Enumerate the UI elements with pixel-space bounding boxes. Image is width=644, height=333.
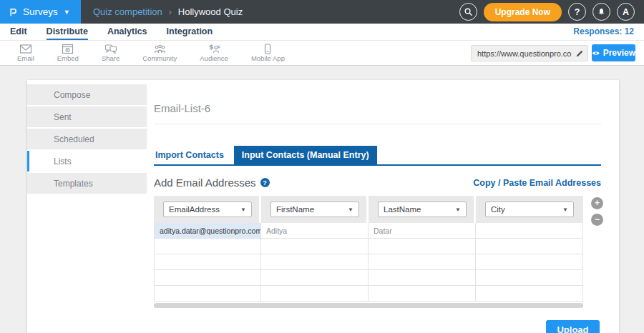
toolbar-item-embed[interactable]: Embed	[57, 44, 79, 62]
dropdown-arrow-icon: ▼	[455, 207, 461, 213]
edit-url-button[interactable]	[575, 48, 584, 61]
nav-item-distribute[interactable]: Distribute	[47, 26, 88, 40]
dropdown-arrow-icon: ▼	[348, 207, 353, 213]
survey-nav: Edit Distribute Analytics Integration Re…	[0, 24, 644, 41]
distribute-toolbar: Email Embed Share Community	[0, 41, 644, 66]
toolbar-item-label: Share	[102, 54, 119, 62]
breadcrumb-parent[interactable]: Quiz competition	[93, 6, 162, 17]
table-cell-firstname[interactable]: Aditya	[261, 223, 369, 238]
toolbar-item-label: Community	[142, 54, 177, 62]
table-cell-firstname[interactable]	[261, 254, 369, 269]
questionpro-logo-icon	[8, 6, 19, 18]
avatar[interactable]: A	[617, 3, 635, 21]
breadcrumb-separator-icon: ›	[169, 7, 172, 17]
table-cell-city[interactable]	[476, 254, 583, 269]
dropdown-arrow-icon: ▼	[562, 207, 568, 213]
embed-icon	[62, 44, 74, 54]
table-cell-firstname[interactable]	[261, 270, 369, 285]
table-cell-city[interactable]	[476, 223, 583, 238]
dropdown-arrow-icon: ▼	[240, 207, 246, 213]
upload-area: Upload	[154, 320, 601, 333]
nav-item-analytics[interactable]: Analytics	[107, 26, 147, 40]
surveys-menu[interactable]: Surveys ▼	[0, 0, 81, 24]
mobile-app-icon	[263, 44, 272, 54]
table-cell-lastname[interactable]	[369, 254, 476, 269]
nav-item-integration[interactable]: Integration	[167, 26, 213, 40]
section-title: Add Email Addresses	[154, 177, 256, 189]
list-content: Email-List-6 Import Contacts Input Conta…	[154, 102, 601, 333]
surveys-menu-label: Surveys	[23, 6, 58, 17]
grid-header-row: EmailAddress ▼ FirstName ▼ LastName	[154, 196, 583, 223]
contacts-grid: EmailAddress ▼ FirstName ▼ LastName	[154, 196, 583, 308]
table-cell-email[interactable]	[154, 286, 261, 301]
remove-row-button[interactable]: −	[591, 214, 603, 226]
table-cell-email[interactable]	[154, 270, 261, 285]
column-select-value: EmailAddress	[169, 205, 220, 214]
audience-icon: $	[208, 44, 221, 54]
table-cell-firstname[interactable]	[261, 286, 369, 301]
tab-import-contacts[interactable]: Import Contacts	[154, 146, 234, 164]
horizontal-scrollbar[interactable]	[154, 303, 583, 308]
sidebar-item-lists[interactable]: Lists	[27, 151, 147, 172]
column-select-firstname[interactable]: FirstName ▼	[270, 202, 359, 217]
sidebar-item-scheduled[interactable]: Scheduled	[27, 129, 147, 149]
sidebar-item-label: Sent	[54, 112, 72, 122]
column-select-value: City	[491, 205, 505, 214]
table-cell-email[interactable]	[154, 239, 261, 254]
email-sidebar: Compose Sent Scheduled Lists Templates	[27, 84, 147, 195]
toolbar-item-email[interactable]: Email	[17, 44, 34, 62]
table-cell-lastname[interactable]: Datar	[369, 223, 476, 238]
tab-input-contacts-manual-entry[interactable]: Input Contacts (Manual Entry)	[234, 146, 377, 164]
sidebar-item-templates[interactable]: Templates	[27, 173, 147, 194]
column-select-emailaddress[interactable]: EmailAddress ▼	[163, 202, 252, 217]
table-cell-city[interactable]	[476, 270, 583, 285]
upgrade-now-button[interactable]: Upgrade Now	[484, 3, 562, 21]
table-cell-city[interactable]	[476, 286, 583, 301]
contacts-tabs: Import Contacts Input Contacts (Manual E…	[154, 146, 601, 166]
table-cell-lastname[interactable]	[369, 286, 476, 301]
table-cell-email[interactable]: aditya.datar@questionpro.com	[154, 223, 261, 238]
add-row-button[interactable]: +	[591, 197, 603, 209]
notifications-button[interactable]	[592, 3, 610, 21]
toolbar-item-label: Mobile App	[251, 54, 285, 62]
column-select-lastname[interactable]: LastName ▼	[378, 202, 467, 217]
preview-button-label: Preview	[603, 48, 635, 58]
upload-button[interactable]: Upload	[546, 320, 600, 333]
sidebar-item-sent[interactable]: Sent	[27, 106, 147, 127]
sidebar-item-compose[interactable]: Compose	[27, 84, 147, 105]
toolbar-item-audience[interactable]: $ Audience	[200, 44, 228, 62]
nav-item-edit[interactable]: Edit	[10, 26, 27, 40]
table-row	[154, 286, 583, 302]
section-header: Add Email Addresses ? Copy / Paste Email…	[154, 177, 601, 189]
bell-icon	[597, 7, 606, 16]
table-cell-lastname[interactable]	[369, 239, 476, 254]
page-title: Email-List-6	[154, 102, 601, 114]
help-button[interactable]: ?	[568, 3, 586, 21]
toolbar-item-share[interactable]: Share	[102, 44, 119, 62]
breadcrumb-current: Hollywood Quiz	[178, 6, 243, 17]
table-cell-email[interactable]	[154, 254, 261, 269]
workspace: Compose Sent Scheduled Lists Templates E…	[0, 66, 644, 333]
column-select-value: LastName	[384, 205, 421, 214]
toolbar-item-community[interactable]: Community	[142, 44, 177, 62]
table-cell-city[interactable]	[476, 239, 583, 254]
copy-paste-link[interactable]: Copy / Paste Email Addresses	[473, 178, 601, 188]
preview-button[interactable]: Preview	[592, 44, 635, 61]
toolbar-item-mobile-app[interactable]: Mobile App	[251, 44, 285, 62]
column-select-city[interactable]: City ▼	[485, 202, 574, 217]
help-tooltip-icon[interactable]: ?	[260, 178, 270, 187]
sidebar-item-label: Compose	[54, 90, 90, 100]
column-select-value: FirstName	[276, 205, 314, 214]
survey-url-input[interactable]	[471, 45, 588, 61]
svg-text:$: $	[209, 44, 213, 51]
responses-count[interactable]: Responses: 12	[573, 26, 634, 36]
toolbar-item-label: Email	[17, 54, 34, 62]
table-row	[154, 254, 583, 270]
toolbar-item-label: Embed	[57, 54, 79, 62]
table-cell-lastname[interactable]	[369, 270, 476, 285]
pencil-icon	[575, 49, 584, 58]
table-row	[154, 270, 583, 286]
table-cell-firstname[interactable]	[261, 239, 369, 254]
chevron-down-icon: ▼	[64, 9, 70, 16]
search-button[interactable]	[459, 3, 477, 21]
